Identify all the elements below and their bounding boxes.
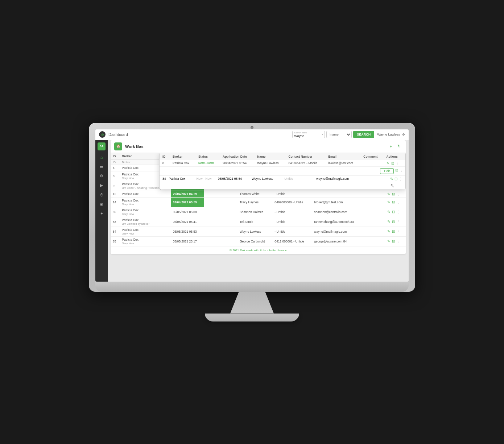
user-avatar: SA [98, 142, 106, 150]
popup-overlay: ID Broker Status Application Date Name C… [159, 153, 406, 189]
cursor-area: ↖ [160, 182, 405, 189]
cell-contact: - Untitle [272, 217, 312, 227]
popup-r1-status: New - New [195, 160, 220, 166]
cell-actions: ✎ ⊡ ⋮ [385, 207, 406, 217]
action-view-icon[interactable]: ⊡ [392, 200, 395, 204]
lname-select[interactable]: lname fname email [326, 131, 352, 138]
row2-view-icon[interactable]: ⊡ [394, 177, 397, 181]
cell-id: 83 [111, 217, 120, 227]
search-button[interactable]: SEARCH [353, 131, 374, 138]
search-name-wrapper: Search name Wayne × [292, 131, 325, 138]
cell-status: 05/05/2021 05:53 [171, 227, 204, 236]
action-edit-icon[interactable]: ✎ [387, 192, 390, 196]
popup-icon-view[interactable]: ⊡ [395, 168, 398, 174]
sidebar-item-clock[interactable]: ⏱ [98, 191, 106, 199]
cell-status: 05/05/2021 05:41 [171, 217, 204, 227]
action-view-icon[interactable]: ⊡ [392, 229, 395, 233]
action-more-icon[interactable]: ⋮ [397, 220, 401, 224]
cell-id: 84 [111, 227, 120, 236]
action-more-icon[interactable]: ⋮ [397, 239, 401, 243]
work-basket-icon: 🏠 [114, 142, 122, 150]
cell-actions: ✎ ⊡ ⋮ [385, 217, 406, 227]
popup-actions-bar: Edit ⊡ ⋮ [160, 167, 405, 176]
search-name-label: Search name [294, 132, 307, 134]
cell-id: 12 [111, 191, 120, 197]
cell-status: 02/04/2021 05:55 [171, 197, 204, 207]
cell-actions: ✎ ⊡ ⋮ [385, 227, 406, 236]
popup-second-row: 84 Patricia Cox New - New 05/05/2021 05:… [160, 176, 405, 182]
cell-appdate [204, 197, 237, 207]
top-bar: ◎ Dashboard Search name Wayne × lname fn… [95, 129, 409, 140]
popup-row2-id: 84 [162, 177, 166, 180]
app-body: SA ⌂ ☰ ⚙ ▶ ⏱ ◉ ✦ [95, 140, 409, 282]
refresh-button[interactable]: ↻ [396, 143, 402, 150]
sidebar-item-home[interactable]: ⌂ [98, 153, 106, 161]
cell-id: 14 [111, 197, 120, 207]
r1-view-icon[interactable]: ⊡ [391, 161, 394, 165]
action-view-icon[interactable]: ⊡ [392, 192, 395, 196]
cell-name: Wayne Lawless [237, 227, 272, 236]
popup-col-status: Status [195, 153, 220, 160]
popup-col-appdate: Application Date [220, 153, 254, 160]
popup-row2-name: Wayne Lawless [252, 177, 280, 180]
search-clear-button[interactable]: × [322, 133, 323, 136]
popup-edit-button[interactable]: Edit [380, 168, 394, 174]
popup-row-1: 8 Patricia Cox New - New 28/04/2021 05:5… [160, 160, 405, 166]
table-row: 12 Patricia Cox 29/04/2021 04:29 Thomas … [111, 191, 406, 197]
sidebar-item-menu[interactable]: ☰ [98, 163, 106, 171]
sidebar-item-record[interactable]: ◉ [98, 200, 106, 208]
action-view-icon[interactable]: ⊡ [392, 220, 395, 224]
cell-comment [363, 197, 385, 207]
action-edit-icon[interactable]: ✎ [387, 220, 390, 224]
add-button[interactable]: + [388, 143, 394, 150]
action-view-icon[interactable]: ⊡ [392, 210, 395, 214]
action-more-icon[interactable]: ⋮ [397, 200, 401, 204]
popup-col-comment: Comment [360, 153, 383, 160]
action-more-icon[interactable]: ⋮ [397, 229, 401, 233]
cell-name: Thomas White [237, 191, 272, 197]
popup-r1-email: lawless@test.com [325, 160, 360, 166]
footer: © 2021 Zink made with ♥ for a better fin… [111, 246, 406, 254]
action-more-icon[interactable]: ⋮ [397, 192, 401, 196]
monitor-chin [95, 282, 409, 292]
popup-table: ID Broker Status Application Date Name C… [160, 153, 405, 167]
row2-edit-icon[interactable]: ✎ [390, 177, 393, 181]
action-edit-icon[interactable]: ✎ [387, 200, 390, 204]
action-edit-icon[interactable]: ✎ [387, 229, 390, 233]
cell-contact: - Untitle [272, 207, 312, 217]
cell-appdate [204, 227, 237, 236]
cell-email: george@aussie.com.84 [312, 236, 363, 246]
cell-name: Shannon Holmes [237, 207, 272, 217]
action-edit-icon[interactable]: ✎ [387, 239, 390, 243]
cell-status: 29/04/2021 04:29 [171, 191, 204, 197]
action-edit-icon[interactable]: ✎ [387, 210, 390, 214]
page-title: Dashboard [108, 132, 289, 137]
cell-id: 6 [111, 165, 120, 171]
popup-icon-more[interactable]: ⋮ [400, 168, 403, 174]
cell-contact: - Untitle [272, 191, 312, 197]
sidebar-item-filters[interactable]: ⚙ [98, 172, 106, 180]
cell-comment [363, 217, 385, 227]
cell-id: 82 [111, 207, 120, 217]
cell-name: Tracy Haynes [237, 197, 272, 207]
popup-r1-contact: 0487654321 - Mobile [285, 160, 325, 166]
cell-contact: 0499000000 - Untitle [272, 197, 312, 207]
cell-contact: 0411 000001 - Untitle [272, 236, 312, 246]
popup-r1-name: Wayne Lawless [254, 160, 285, 166]
cell-name: George Cartwright [237, 236, 272, 246]
cell-appdate [204, 236, 237, 246]
sidebar-item-play[interactable]: ▶ [98, 182, 106, 190]
popup-col-email: Email [325, 153, 360, 160]
cursor-icon: ↖ [390, 183, 394, 188]
action-more-icon[interactable]: ⋮ [397, 210, 401, 214]
r1-edit-icon[interactable]: ✎ [387, 161, 389, 165]
popup-col-broker: Broker [170, 153, 195, 160]
r1-more-icon[interactable]: ⋮ [396, 161, 400, 165]
logout-icon[interactable]: ⊖ [402, 133, 405, 136]
sidebar-item-star[interactable]: ✦ [98, 210, 106, 218]
cell-contact: - Untitle [272, 227, 312, 236]
row2-more-icon[interactable]: ⋮ [399, 177, 402, 181]
action-view-icon[interactable]: ⊡ [392, 239, 395, 243]
monitor-stand-base [205, 314, 299, 321]
cell-broker: Patricia Cox [120, 191, 171, 197]
